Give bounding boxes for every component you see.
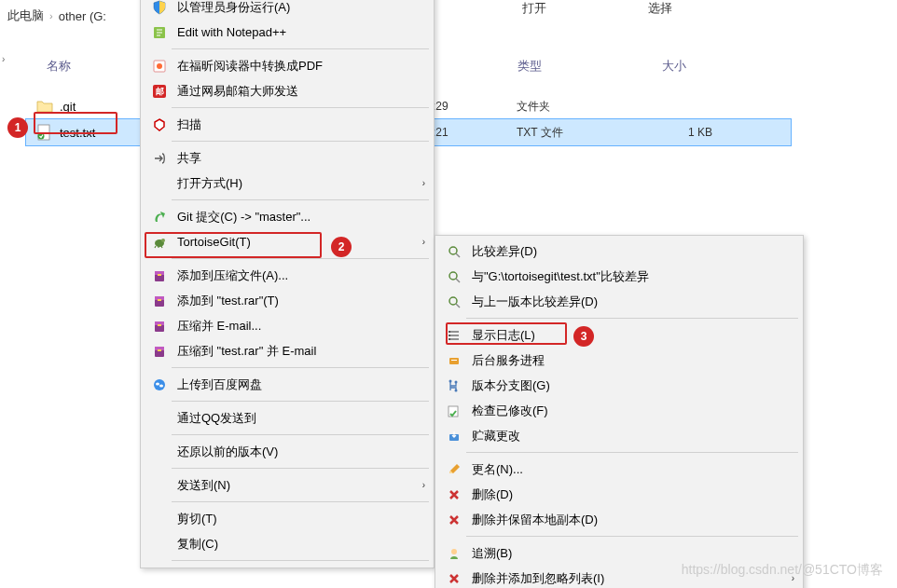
- menu-item-compress-to[interactable]: 添加到 "test.rar"(T): [144, 288, 431, 313]
- shield-icon: [149, 0, 170, 17]
- svg-rect-34: [451, 360, 457, 361]
- magnifier-icon: [444, 242, 464, 261]
- svg-line-25: [456, 253, 460, 257]
- delete-icon: [444, 511, 464, 529]
- menu-item-share[interactable]: 共享: [144, 145, 431, 171]
- highlight-box-2: [145, 232, 322, 258]
- rar-icon: [149, 267, 170, 285]
- file-type: 文件夹: [517, 99, 656, 115]
- svg-rect-33: [449, 358, 459, 364]
- menu-separator: [172, 434, 429, 435]
- tree-chevron-icon[interactable]: ›: [2, 54, 5, 64]
- menu-item-stash[interactable]: 贮藏更改: [438, 423, 800, 448]
- menu-item-scan[interactable]: 扫描: [144, 112, 431, 137]
- breadcrumb[interactable]: 此电脑 › other (G:: [7, 7, 106, 24]
- menu-separator: [172, 48, 429, 49]
- menu-separator: [172, 501, 429, 502]
- menu-separator: [172, 468, 429, 469]
- header-select: 选择: [648, 0, 672, 17]
- breadcrumb-item[interactable]: other (G:: [59, 9, 106, 23]
- menu-item-git-commit[interactable]: Git 提交(C) -> "master"...: [144, 204, 431, 229]
- svg-rect-20: [158, 349, 161, 351]
- menu-separator: [466, 452, 798, 453]
- delete-icon: [444, 569, 464, 588]
- menu-separator: [172, 560, 429, 561]
- rename-icon: [444, 460, 464, 479]
- breadcrumb-item[interactable]: 此电脑: [7, 7, 44, 24]
- stash-icon: [444, 427, 464, 445]
- svg-rect-17: [158, 324, 161, 326]
- menu-item-rename[interactable]: 更名(N)...: [438, 457, 800, 482]
- rar-icon: [149, 342, 170, 361]
- column-header-name[interactable]: 名称: [47, 58, 71, 75]
- menu-item-compress[interactable]: 添加到压缩文件(A)...: [144, 263, 431, 288]
- column-header-size[interactable]: 大小: [662, 58, 686, 75]
- branch-icon: [444, 376, 464, 395]
- menu-item-copy[interactable]: 复制(C): [144, 531, 431, 556]
- svg-line-27: [456, 279, 460, 282]
- menu-item-diff[interactable]: 比较差异(D): [438, 239, 800, 264]
- menu-separator: [172, 141, 429, 142]
- menu-item-compress-to-email[interactable]: 压缩到 "test.rar" 并 E-mail: [144, 338, 431, 363]
- annotation-badge-1: 1: [7, 117, 28, 138]
- menu-item-baidu[interactable]: 上传到百度网盘: [144, 372, 431, 397]
- menu-separator: [172, 199, 429, 200]
- annotation-badge-3: 3: [573, 326, 594, 347]
- menu-item-diff-with[interactable]: 与"G:\tortoisegit\test.txt"比较差异: [438, 264, 800, 289]
- git-commit-icon: [149, 208, 170, 226]
- file-size: 1 KB: [656, 126, 731, 139]
- svg-point-23: [159, 384, 163, 387]
- menu-separator: [172, 401, 429, 402]
- magnifier-icon: [444, 293, 464, 311]
- menu-item-qq[interactable]: 通过QQ发送到: [144, 405, 431, 431]
- svg-point-28: [449, 297, 457, 305]
- notepad-icon: [149, 23, 170, 42]
- file-date: :21: [433, 126, 517, 139]
- menu-item-delete[interactable]: 删除(D): [438, 482, 800, 507]
- watermark: https://blog.csdn.net/@51CTO博客: [682, 562, 883, 579]
- menu-item-cut[interactable]: 剪切(T): [144, 506, 431, 531]
- menu-separator: [172, 258, 429, 259]
- mcafee-icon: [149, 116, 170, 134]
- blame-icon: [444, 544, 464, 563]
- menu-item-restore[interactable]: 还原以前的版本(V): [144, 439, 431, 464]
- svg-rect-14: [158, 299, 161, 301]
- menu-item-delete-keep[interactable]: 删除并保留本地副本(D): [438, 507, 800, 532]
- menu-item-mail[interactable]: 邮 通过网易邮箱大师发送: [144, 78, 431, 103]
- header-open: 打开: [522, 0, 546, 17]
- menu-item-pdf[interactable]: 在福昕阅读器中转换成PDF: [144, 53, 431, 78]
- svg-point-21: [154, 379, 165, 390]
- svg-point-4: [157, 63, 162, 69]
- svg-point-24: [449, 247, 457, 254]
- menu-item-admin[interactable]: 以管理员身份运行(A): [144, 0, 431, 20]
- rar-icon: [149, 292, 170, 310]
- chevron-right-icon: ›: [422, 178, 425, 188]
- svg-rect-11: [158, 274, 161, 276]
- pdf-icon: [149, 57, 170, 75]
- baidu-icon: [149, 376, 170, 394]
- column-header-type[interactable]: 类型: [518, 58, 542, 75]
- svg-line-29: [456, 304, 460, 308]
- svg-point-40: [451, 549, 457, 554]
- svg-text:邮: 邮: [156, 87, 164, 96]
- menu-item-openwith[interactable]: 打开方式(H) ›: [144, 171, 431, 196]
- menu-item-sendto[interactable]: 发送到(N) ›: [144, 472, 431, 498]
- menu-separator: [172, 367, 429, 368]
- menu-separator: [172, 107, 429, 108]
- menu-item-daemon[interactable]: 后台服务进程: [438, 348, 800, 373]
- svg-point-22: [156, 382, 159, 385]
- daemon-icon: [444, 351, 464, 370]
- file-date: :29: [433, 100, 517, 113]
- menu-separator: [466, 536, 798, 537]
- menu-item-notepad[interactable]: Edit with Notepad++: [144, 20, 431, 45]
- menu-item-branch[interactable]: 版本分支图(G): [438, 373, 800, 398]
- menu-separator: [466, 318, 798, 319]
- delete-icon: [444, 485, 464, 504]
- menu-item-check[interactable]: 检查已修改(F): [438, 398, 800, 423]
- context-menu-tortoisegit: 比较差异(D) 与"G:\tortoisegit\test.txt"比较差异 与…: [435, 235, 804, 588]
- chevron-right-icon: ›: [422, 480, 425, 490]
- magnifier-icon: [444, 267, 464, 286]
- check-icon: [444, 402, 464, 420]
- menu-item-diff-prev[interactable]: 与上一版本比较差异(D): [438, 289, 800, 314]
- menu-item-compress-email[interactable]: 压缩并 E-mail...: [144, 313, 431, 338]
